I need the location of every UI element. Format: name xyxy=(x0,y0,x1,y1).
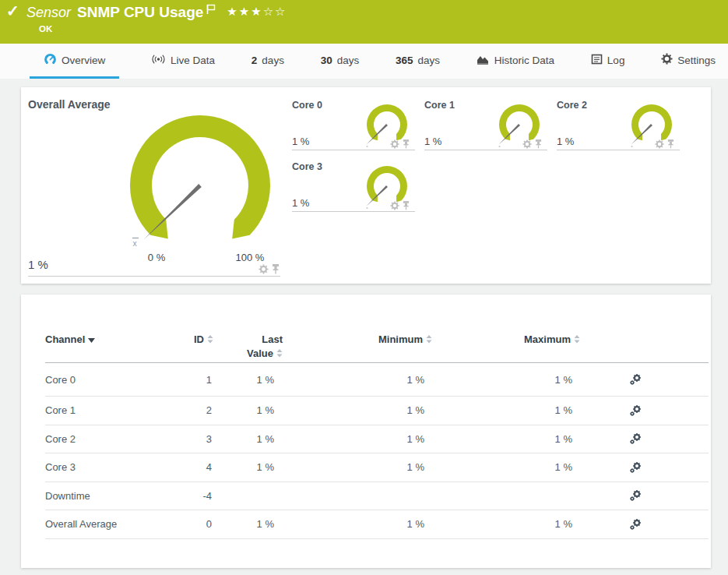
cell-last-value: 1 % xyxy=(216,518,274,530)
tab-bar: Overview Live Data 2 days 30 days 365 da… xyxy=(0,44,728,79)
channel-settings-gears-icon[interactable] xyxy=(629,404,642,417)
overall-average-gauge-title: Overall Average xyxy=(28,98,111,111)
priority-stars[interactable]: ★★★☆☆ xyxy=(227,5,287,19)
mean-marker: x xyxy=(133,238,138,248)
table-row: Downtime -4 xyxy=(45,482,709,511)
table-row: Core 1 2 1 % 1 % 1 % xyxy=(45,397,709,425)
core1-value: 1 % xyxy=(424,136,441,147)
cell-maximum: 1 % xyxy=(496,433,572,445)
overall-average-value: 1 % xyxy=(28,258,48,271)
core3-value: 1 % xyxy=(292,197,309,209)
cell-minimum: 1 % xyxy=(348,404,424,416)
sort-both-icon xyxy=(426,335,432,344)
channel-gear-icon[interactable] xyxy=(390,138,399,152)
cell-channel: Core 3 xyxy=(45,461,76,473)
tab-settings[interactable]: Settings xyxy=(656,44,720,79)
channel-gear-icon[interactable] xyxy=(258,263,269,277)
sort-both-icon xyxy=(574,335,580,344)
channel-gear-icon[interactable] xyxy=(655,138,664,152)
cell-maximum: 1 % xyxy=(496,374,572,386)
status-ok-check-icon: ✓ xyxy=(6,2,19,20)
sensor-status-badge: OK xyxy=(39,24,52,34)
core2-gauge-cell: Core 2 1 % xyxy=(557,97,680,160)
channel-settings-gears-icon[interactable] xyxy=(629,373,642,386)
cell-maximum: 1 % xyxy=(496,404,572,416)
pin-icon[interactable] xyxy=(535,138,542,152)
tab-365-days-unit: days xyxy=(418,55,441,66)
cell-last-value: 1 % xyxy=(216,461,274,473)
column-header-last-value[interactable]: Last Value xyxy=(202,333,283,359)
page-title: SNMP CPU Usage xyxy=(77,2,203,23)
cell-id: -4 xyxy=(134,490,212,502)
area-chart-icon xyxy=(477,53,490,67)
divider xyxy=(28,276,280,277)
core1-gauge-cell: Core 1 1 % xyxy=(424,97,547,160)
cell-channel: Overall Average xyxy=(45,518,117,530)
pin-icon[interactable] xyxy=(403,138,410,152)
gear-icon xyxy=(661,53,673,67)
stars-empty-icon[interactable]: ☆☆ xyxy=(263,5,287,18)
priority-flag-icon[interactable] xyxy=(206,4,216,18)
cell-maximum: 1 % xyxy=(496,461,572,473)
column-header-maximum[interactable]: Maximum xyxy=(491,333,580,345)
core3-gauge-title: Core 3 xyxy=(292,161,322,172)
gauge-scale-min: 0 % xyxy=(135,252,178,263)
column-header-id[interactable]: ID xyxy=(135,333,213,345)
table-row: Core 2 3 1 % 1 % 1 % xyxy=(45,425,709,454)
log-list-icon xyxy=(591,54,603,67)
tab-2-days[interactable]: 2 days xyxy=(247,44,289,79)
core0-gauge-cell: Core 0 1 % xyxy=(292,97,415,160)
core3-gauge-cell: Core 3 1 % xyxy=(292,159,415,221)
cell-id: 2 xyxy=(134,404,212,416)
tab-overview[interactable]: Overview xyxy=(30,44,119,79)
tab-settings-label: Settings xyxy=(677,55,716,66)
cell-channel: Core 2 xyxy=(45,433,76,445)
channel-settings-gears-icon[interactable] xyxy=(629,489,642,502)
tab-historic-data[interactable]: Historic Data xyxy=(472,44,559,79)
core0-gauge-title: Core 0 xyxy=(292,100,322,111)
column-header-channel[interactable]: Channel xyxy=(45,333,95,345)
pin-icon[interactable] xyxy=(403,199,410,213)
cell-id: 4 xyxy=(134,461,212,473)
tab-live-data[interactable]: Live Data xyxy=(146,44,220,79)
core1-gauge-title: Core 1 xyxy=(424,100,455,111)
sensor-header-bar: ✓ Sensor SNMP CPU Usage ★★★☆☆ OK xyxy=(0,0,728,44)
tab-live-data-label: Live Data xyxy=(171,55,215,66)
gauges-panel: Overall Average x 0 % 100 % 1 % Core 0 xyxy=(21,87,711,284)
channel-gear-icon[interactable] xyxy=(522,138,532,152)
tab-30-days[interactable]: 30 days xyxy=(316,44,364,79)
channel-settings-gears-icon[interactable] xyxy=(629,518,642,531)
sensor-overview-page: ✓ Sensor SNMP CPU Usage ★★★☆☆ OK Overvie… xyxy=(0,0,728,575)
cell-channel: Core 0 xyxy=(45,374,76,386)
tab-2-days-unit: days xyxy=(262,55,284,66)
overall-average-gauge: x xyxy=(121,106,280,251)
table-row: Core 0 1 1 % 1 % 1 % xyxy=(45,363,709,397)
column-header-minimum[interactable]: Minimum xyxy=(343,333,432,345)
sort-desc-icon xyxy=(88,338,95,343)
tab-30-days-unit: days xyxy=(337,55,360,66)
cell-channel: Downtime xyxy=(45,490,90,502)
gauge-icon xyxy=(44,52,57,68)
table-row: Overall Average 0 1 % 1 % 1 % xyxy=(45,510,709,539)
cell-maximum: 1 % xyxy=(496,518,572,530)
tab-365-days[interactable]: 365 days xyxy=(391,44,445,79)
table-row: Core 3 4 1 % 1 % 1 % xyxy=(45,453,709,482)
pin-icon[interactable] xyxy=(667,138,674,152)
core2-gauge-title: Core 2 xyxy=(557,100,587,111)
tab-365-days-number: 365 xyxy=(396,55,413,66)
cell-id: 1 xyxy=(134,374,212,386)
tab-2-days-number: 2 xyxy=(251,55,258,66)
pin-icon[interactable] xyxy=(272,263,280,277)
core2-value: 1 % xyxy=(557,136,574,147)
channel-gear-icon[interactable] xyxy=(390,199,399,213)
cell-id: 3 xyxy=(134,433,212,445)
channel-settings-gears-icon[interactable] xyxy=(629,432,642,445)
broadcast-icon xyxy=(151,54,166,67)
gauge-scale-max: 100 % xyxy=(225,252,275,263)
tab-30-days-number: 30 xyxy=(321,55,332,66)
stars-filled-icon[interactable]: ★★★ xyxy=(227,5,262,18)
tab-log[interactable]: Log xyxy=(586,44,630,79)
cell-last-value: 1 % xyxy=(216,433,274,445)
cell-minimum: 1 % xyxy=(348,433,424,445)
channel-settings-gears-icon[interactable] xyxy=(629,461,642,474)
